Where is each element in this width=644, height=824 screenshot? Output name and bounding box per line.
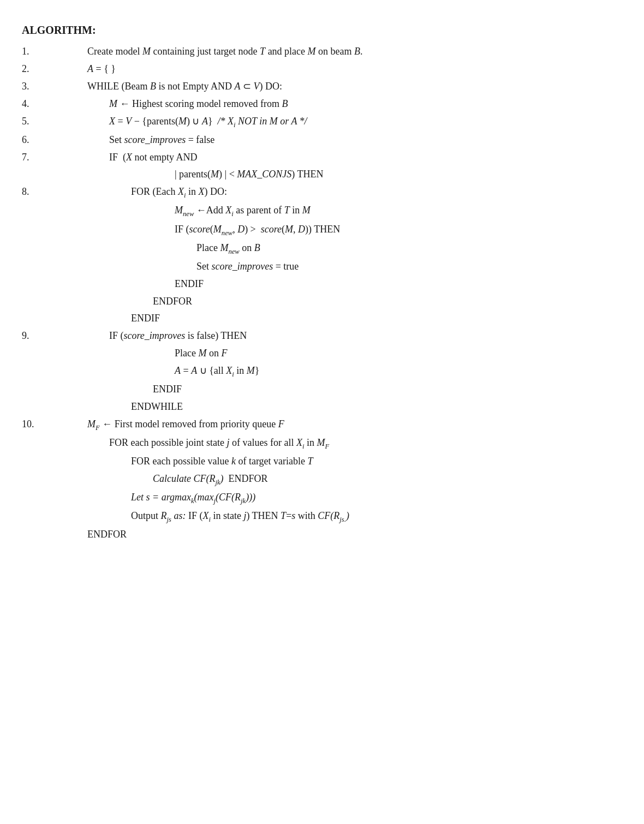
step-content: ENDWHILE [55, 399, 611, 415]
step-number: 6. [22, 133, 55, 148]
step-number: 8. [22, 184, 55, 200]
step-content: Calculate CF(Rjk) ENDFOR [55, 471, 611, 488]
algorithm-title: ALGORITHM: [22, 22, 611, 39]
algorithm-line: 3.WHILE (Beam B is not Empty AND A ⊂ V) … [22, 79, 611, 94]
algorithm-line: FOR each possible value k of target vari… [22, 454, 611, 469]
algorithm-line: Output Rjs as: IF (Xi in state j) THEN T… [22, 509, 611, 525]
algorithm-line: | parents(M) | < MAX_CONJS) THEN [22, 167, 611, 182]
step-content: IF (score_improves is false) THEN [55, 329, 611, 344]
step-content: A = A ∪ {all Xi in M} [55, 363, 611, 380]
algorithm-line: 9.IF (score_improves is false) THEN [22, 329, 611, 344]
step-content: Place M on F [55, 346, 611, 361]
algorithm-line: 4.M ← Highest scoring model removed from… [22, 97, 611, 112]
algorithm-line: Let s = argmaxk(maxj(CF(Rjk))) [22, 490, 611, 506]
step-content: Create model M containing just target no… [55, 44, 611, 59]
step-content: A = { } [55, 62, 611, 77]
algorithm-line: 10.MF ← First model removed from priorit… [22, 417, 611, 433]
algorithm-container: ALGORITHM: 1.Create model M containing j… [22, 22, 611, 542]
algorithm-line: ENDIF [22, 277, 611, 292]
algorithm-line: 5.X = V − {parents(M) ∪ A} /* Xi NOT in … [22, 114, 611, 130]
algorithm-line: ENDFOR [22, 294, 611, 309]
step-content: WHILE (Beam B is not Empty AND A ⊂ V) DO… [55, 79, 611, 94]
step-content: FOR each possible value k of target vari… [55, 454, 611, 469]
algorithm-line: 6.Set score_improves = false [22, 133, 611, 148]
algorithm-line: 2.A = { } [22, 62, 611, 77]
step-content: IF (X not empty AND [55, 150, 611, 165]
algorithm-line: A = A ∪ {all Xi in M} [22, 363, 611, 380]
step-content: ENDFOR [55, 527, 611, 542]
step-content: IF (score(Mnew, D) > score(M, D)) THEN [55, 222, 611, 238]
algorithm-line: ENDIF [22, 382, 611, 397]
step-number: 2. [22, 62, 55, 77]
step-content: X = V − {parents(M) ∪ A} /* Xi NOT in M … [55, 114, 611, 130]
step-number: 4. [22, 97, 55, 112]
step-content: FOR each possible joint state j of value… [55, 435, 611, 452]
algorithm-line: Mnew ←Add Xi as parent of T in M [22, 203, 611, 219]
step-number: 10. [22, 417, 55, 432]
algorithm-line: 7.IF (X not empty AND [22, 150, 611, 165]
algorithm-line: ENDFOR [22, 527, 611, 542]
algorithm-line: Place Mnew on B [22, 241, 611, 257]
step-number: 1. [22, 44, 55, 59]
step-content: ENDIF [55, 311, 611, 326]
algorithm-line: Set score_improves = true [22, 259, 611, 274]
step-content: Set score_improves = true [55, 259, 611, 274]
step-content: ENDIF [55, 382, 611, 397]
algorithm-line: ENDIF [22, 311, 611, 326]
step-content: MF ← First model removed from priority q… [55, 417, 611, 433]
step-number: 7. [22, 150, 55, 165]
step-content: ENDIF [55, 277, 611, 292]
step-content: Place Mnew on B [55, 241, 611, 257]
step-content: Set score_improves = false [55, 133, 611, 148]
algorithm-line: Calculate CF(Rjk) ENDFOR [22, 471, 611, 488]
algorithm-line: 1.Create model M containing just target … [22, 44, 611, 59]
algorithm-line: IF (score(Mnew, D) > score(M, D)) THEN [22, 222, 611, 238]
step-content: FOR (Each Xi in X) DO: [55, 184, 611, 201]
step-number: 3. [22, 79, 55, 94]
step-number: 5. [22, 114, 55, 129]
step-content: M ← Highest scoring model removed from B [55, 97, 611, 112]
algorithm-line: Place M on F [22, 346, 611, 361]
algorithm-line: ENDWHILE [22, 399, 611, 415]
step-content: Output Rjs as: IF (Xi in state j) THEN T… [55, 509, 611, 525]
step-number: 9. [22, 329, 55, 344]
step-content: | parents(M) | < MAX_CONJS) THEN [55, 167, 611, 182]
algorithm-line: FOR each possible joint state j of value… [22, 435, 611, 452]
step-content: Mnew ←Add Xi as parent of T in M [55, 203, 611, 219]
algorithm-line: 8.FOR (Each Xi in X) DO: [22, 184, 611, 201]
step-content: ENDFOR [55, 294, 611, 309]
step-content: Let s = argmaxk(maxj(CF(Rjk))) [55, 490, 611, 506]
